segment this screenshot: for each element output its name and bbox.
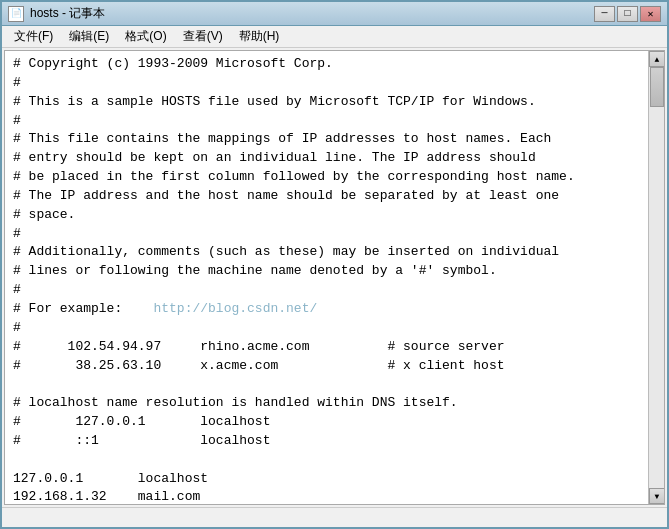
title-bar-left: 📄 hosts - 记事本 — [8, 5, 105, 22]
menu-bar: 文件(F) 编辑(E) 格式(O) 查看(V) 帮助(H) — [2, 26, 667, 48]
scroll-track[interactable] — [649, 67, 664, 488]
app-icon: 📄 — [8, 6, 24, 22]
content-area: # Copyright (c) 1993-2009 Microsoft Corp… — [4, 50, 665, 505]
text-editor[interactable]: # Copyright (c) 1993-2009 Microsoft Corp… — [5, 51, 648, 504]
menu-help[interactable]: 帮助(H) — [231, 26, 288, 47]
menu-view[interactable]: 查看(V) — [175, 26, 231, 47]
status-bar — [2, 507, 667, 527]
title-buttons: ─ □ ✕ — [594, 6, 661, 22]
window-title: hosts - 记事本 — [30, 5, 105, 22]
scroll-down-button[interactable]: ▼ — [649, 488, 665, 504]
scroll-thumb[interactable] — [650, 67, 664, 107]
title-bar: 📄 hosts - 记事本 ─ □ ✕ — [2, 2, 667, 26]
scrollbar-vertical[interactable]: ▲ ▼ — [648, 51, 664, 504]
scroll-up-button[interactable]: ▲ — [649, 51, 665, 67]
menu-file[interactable]: 文件(F) — [6, 26, 61, 47]
menu-format[interactable]: 格式(O) — [117, 26, 174, 47]
main-window: 📄 hosts - 记事本 ─ □ ✕ 文件(F) 编辑(E) 格式(O) 查看… — [0, 0, 669, 529]
minimize-button[interactable]: ─ — [594, 6, 615, 22]
maximize-button[interactable]: □ — [617, 6, 638, 22]
menu-edit[interactable]: 编辑(E) — [61, 26, 117, 47]
close-button[interactable]: ✕ — [640, 6, 661, 22]
watermark-text: http://blog.csdn.net/ — [153, 301, 317, 316]
